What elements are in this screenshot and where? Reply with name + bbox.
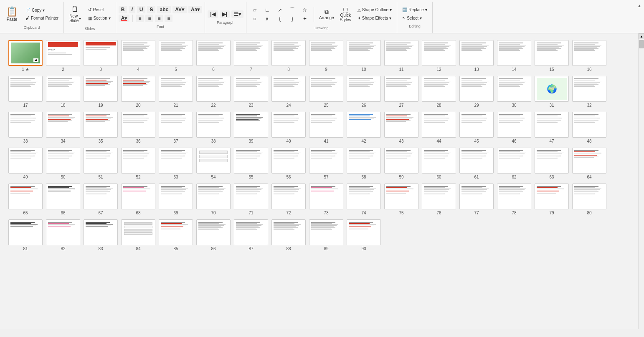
slide-item[interactable]: 15 xyxy=(535,40,569,72)
slide-item[interactable]: 17 xyxy=(8,76,43,108)
slide-item[interactable]: 12 xyxy=(422,40,456,72)
slide-item[interactable]: 47 xyxy=(535,112,569,143)
slide-item[interactable]: 66 xyxy=(46,184,80,215)
slide-item[interactable]: 76 xyxy=(422,184,456,215)
slide-item[interactable]: 27 xyxy=(384,76,418,108)
shape-curve-btn[interactable]: ⌒ xyxy=(287,5,298,14)
slide-item[interactable]: 60 xyxy=(422,148,456,179)
slide-item[interactable]: 90 xyxy=(347,219,381,251)
font-size-small-button[interactable]: abc xyxy=(157,6,171,13)
slide-item[interactable]: 74 xyxy=(347,184,381,215)
shape-bracket-btn[interactable]: { xyxy=(274,15,286,23)
slide-item[interactable]: 8 xyxy=(271,40,306,72)
slide-item[interactable]: 56 xyxy=(271,148,306,179)
slide-item[interactable]: 68 xyxy=(121,184,155,215)
ribbon-collapse[interactable]: ▲ xyxy=(635,2,644,33)
slide-item[interactable]: 73 xyxy=(309,184,343,215)
para-btn3[interactable]: ☰▾ xyxy=(231,10,243,18)
shape-check-btn[interactable]: } xyxy=(287,15,298,23)
underline-button[interactable]: U xyxy=(137,6,146,13)
copy-button[interactable]: 📄 Copy ▾ xyxy=(23,7,61,14)
shape-effects-button[interactable]: ✦ Shape Effects ▾ xyxy=(355,15,394,22)
slide-item[interactable]: 5 xyxy=(159,40,193,72)
slide-item[interactable]: 75 xyxy=(384,184,418,215)
slide-item[interactable]: 78 xyxy=(497,184,531,215)
slide-item[interactable]: 29 xyxy=(459,76,494,108)
slide-item[interactable]: 42 xyxy=(347,112,381,143)
strikethrough-button[interactable]: S xyxy=(147,6,155,13)
slide-item[interactable]: 6 xyxy=(196,40,231,72)
slide-item[interactable]: 22 xyxy=(196,76,231,108)
arrange-button[interactable]: ⧉ Arrange xyxy=(317,7,336,21)
slide-item[interactable]: 55 xyxy=(234,148,268,179)
slide-item[interactable]: 44 xyxy=(422,112,456,143)
slide-item[interactable]: 65 xyxy=(8,184,43,215)
slide-item[interactable]: 34 xyxy=(46,112,80,143)
font-size-button[interactable]: AV▾ xyxy=(172,6,187,13)
shape-rect-btn[interactable]: ▱ xyxy=(249,5,261,14)
shape-outline-button[interactable]: △ Shape Outline ▾ xyxy=(355,6,394,13)
slide-item[interactable]: 71 xyxy=(234,184,268,215)
slide-item[interactable]: 35 xyxy=(84,112,118,143)
replace-button[interactable]: 🔤 Replace ▾ xyxy=(400,6,430,13)
scroll-up-arrow[interactable]: ▲ xyxy=(639,33,644,39)
slide-item[interactable]: 48 xyxy=(572,112,606,143)
slide-item[interactable]: 37 xyxy=(159,112,193,143)
slide-item[interactable]: 20 xyxy=(121,76,155,108)
align-justify-button[interactable]: ≡ xyxy=(165,15,172,22)
slide-item[interactable]: 87 xyxy=(234,219,268,251)
slide-item[interactable]: 3 xyxy=(84,40,118,72)
slide-item[interactable]: 70 xyxy=(196,184,231,215)
slide-item[interactable]: 67 xyxy=(84,184,118,215)
slide-item[interactable]: 39 xyxy=(234,112,268,143)
format-painter-button[interactable]: 🖌 Format Painter xyxy=(23,15,61,22)
slide-item[interactable]: 58 xyxy=(347,148,381,179)
slide-item[interactable]: 54 xyxy=(196,148,231,179)
slide-item[interactable]: 46 xyxy=(497,112,531,143)
slide-item[interactable]: 43 xyxy=(384,112,418,143)
slide-item[interactable]: 14 xyxy=(497,40,531,72)
slide-item[interactable]: 32 xyxy=(572,76,606,108)
slide-panel[interactable]: 🏔 1 ★ বাংলাদেশ 2 3 4 5 xyxy=(0,33,638,329)
slide-item[interactable]: 25 xyxy=(309,76,343,108)
slide-item[interactable]: 81 xyxy=(8,219,43,251)
scroll-thumb[interactable] xyxy=(639,40,644,48)
slide-item[interactable]: 79 xyxy=(535,184,569,215)
select-button[interactable]: ↖ Select ▾ xyxy=(400,15,430,22)
slide-item[interactable]: 30 xyxy=(497,76,531,108)
shape-circle-btn[interactable]: ○ xyxy=(249,15,261,23)
align-right-button[interactable]: ≡ xyxy=(155,15,163,22)
slide-item[interactable]: 16 xyxy=(572,40,606,72)
shape-angle-btn[interactable]: ∟ xyxy=(261,5,273,14)
slide-item[interactable]: 10 xyxy=(347,40,381,72)
slide-item[interactable]: 82 xyxy=(46,219,80,251)
align-center-button[interactable]: ≡ xyxy=(145,15,153,22)
slide-item[interactable]: 4 xyxy=(121,40,155,72)
slide-item[interactable]: 40 xyxy=(271,112,306,143)
slide-item[interactable]: 59 xyxy=(384,148,418,179)
slide-item[interactable]: 9 xyxy=(309,40,343,72)
slide-item[interactable]: 51 xyxy=(84,148,118,179)
slide-item[interactable]: 23 xyxy=(234,76,268,108)
slide-item[interactable]: 77 xyxy=(459,184,494,215)
slide-item[interactable]: 88 xyxy=(271,219,306,251)
para-btn1[interactable]: |◀ xyxy=(208,10,218,18)
slide-item[interactable]: 🌍 31 xyxy=(535,76,569,108)
slide-item[interactable]: 45 xyxy=(459,112,494,143)
slide-item[interactable]: 13 xyxy=(459,40,494,72)
shape-brace-btn[interactable]: ∧ xyxy=(261,15,273,23)
shape-more-btn[interactable]: ✦ xyxy=(299,15,311,23)
slide-item[interactable]: 53 xyxy=(159,148,193,179)
slide-item[interactable]: 86 xyxy=(196,219,231,251)
bold-button[interactable]: B xyxy=(119,6,127,13)
slide-item[interactable]: 24 xyxy=(271,76,306,108)
slide-item[interactable]: 57 xyxy=(309,148,343,179)
slide-item[interactable]: 50 xyxy=(46,148,80,179)
slide-item[interactable]: 28 xyxy=(422,76,456,108)
slide-item[interactable]: 72 xyxy=(271,184,306,215)
para-btn2[interactable]: ▶| xyxy=(220,10,230,18)
slide-item[interactable]: 63 xyxy=(535,148,569,179)
slide-item[interactable]: 62 xyxy=(497,148,531,179)
slide-item[interactable]: 84 xyxy=(121,219,155,251)
italic-button[interactable]: I xyxy=(129,6,135,13)
